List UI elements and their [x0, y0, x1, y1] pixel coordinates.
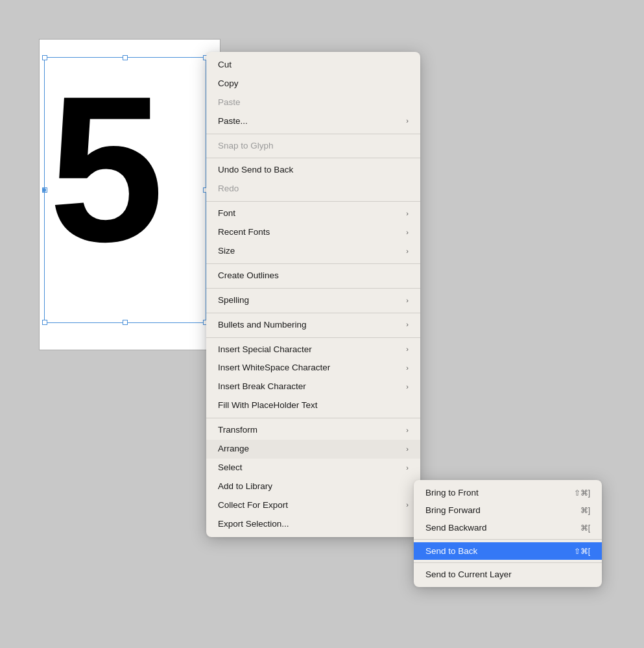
submenu-item-bring_forward[interactable]: Bring Forward⌘] — [414, 501, 602, 519]
submenu-item-label: Send to Current Layer — [425, 570, 512, 579]
menu-item-label: Collect For Export — [218, 499, 288, 512]
menu-item-label: Snap to Glyph — [218, 140, 274, 152]
menu-separator — [206, 201, 420, 202]
menu-item-label: Size — [218, 245, 235, 258]
menu-item-label: Recent Fonts — [218, 226, 270, 239]
menu-item-select[interactable]: Select› — [206, 459, 420, 477]
submenu-item-label: Bring Forward — [425, 505, 481, 515]
menu-item-paste: Paste — [206, 93, 420, 112]
submenu-separator — [414, 562, 602, 563]
menu-item-copy[interactable]: Copy — [206, 75, 420, 93]
menu-item-redo: Redo — [206, 180, 420, 198]
menu-item-label: Create Outlines — [218, 270, 279, 282]
canvas-text: 5 — [49, 65, 164, 272]
submenu-item-shortcut: ⌘[ — [580, 523, 590, 533]
submenu-arrow-icon: › — [406, 426, 409, 435]
menu-item-label: Paste... — [218, 115, 248, 128]
menu-item-label: Insert Break Character — [218, 381, 306, 393]
submenu-item-label: Send to Back — [425, 546, 477, 556]
menu-item-collect_export[interactable]: Collect For Export› — [206, 496, 420, 515]
submenu-arrow-icon: › — [406, 320, 409, 330]
menu-separator — [206, 158, 420, 158]
submenu-item-shortcut: ⇧⌘] — [574, 488, 590, 498]
menu-item-label: Paste — [218, 97, 241, 109]
submenu-item-shortcut: ⌘] — [580, 506, 590, 515]
menu-item-label: Copy — [218, 78, 239, 90]
menu-item-size[interactable]: Size› — [206, 242, 420, 261]
menu-item-label: Fill With PlaceHolder Text — [218, 400, 318, 412]
submenu-arrow-icon: › — [406, 209, 409, 219]
menu-item-label: Bullets and Numbering — [218, 319, 307, 331]
submenu-arrow-icon: › — [406, 116, 409, 126]
menu-item-transform[interactable]: Transform› — [206, 421, 420, 440]
menu-item-label: Font — [218, 208, 235, 220]
menu-item-fill_placeholder[interactable]: Fill With PlaceHolder Text — [206, 396, 420, 415]
menu-item-label: Add to Library — [218, 481, 272, 493]
menu-item-label: Insert Special Character — [218, 344, 312, 356]
menu-item-snap_to_glyph: Snap to Glyph — [206, 137, 420, 156]
menu-item-add_library[interactable]: Add to Library — [206, 477, 420, 496]
menu-item-label: Redo — [218, 183, 239, 195]
submenu-arrow-icon: › — [406, 500, 409, 510]
menu-item-arrange[interactable]: Arrange› — [206, 440, 420, 459]
submenu-item-send_backward[interactable]: Send Backward⌘[ — [414, 519, 602, 536]
context-menu: CutCopyPastePaste...›Snap to GlyphUndo S… — [206, 52, 420, 537]
menu-item-label: Spelling — [218, 294, 249, 307]
menu-item-bullets[interactable]: Bullets and Numbering› — [206, 316, 420, 335]
submenu-separator — [414, 539, 602, 540]
submenu-item-shortcut: ⇧⌘[ — [574, 547, 590, 556]
submenu-item-send_back[interactable]: Send to Back⇧⌘[ — [414, 542, 602, 560]
menu-separator — [206, 263, 420, 264]
menu-item-font[interactable]: Font› — [206, 204, 420, 223]
menu-separator — [206, 313, 420, 313]
menu-item-cut[interactable]: Cut — [206, 56, 420, 75]
menu-item-undo_send[interactable]: Undo Send to Back — [206, 161, 420, 180]
submenu-arrow-icon: › — [406, 246, 409, 256]
submenu-item-label: Send Backward — [425, 523, 487, 533]
menu-item-label: Transform — [218, 424, 257, 437]
menu-separator — [206, 288, 420, 289]
menu-item-export_selection[interactable]: Export Selection... — [206, 515, 420, 534]
menu-item-create_outlines[interactable]: Create Outlines — [206, 267, 420, 285]
menu-separator — [206, 418, 420, 418]
menu-item-insert_special[interactable]: Insert Special Character› — [206, 341, 420, 359]
submenu-arrow-icon: › — [406, 296, 409, 306]
menu-item-insert_whitespace[interactable]: Insert WhiteSpace Character› — [206, 359, 420, 378]
submenu-arrow-icon: › — [406, 344, 409, 354]
menu-item-insert_break[interactable]: Insert Break Character› — [206, 378, 420, 396]
submenu-arrow-icon: › — [406, 363, 409, 373]
submenu-arrow-icon: › — [406, 382, 409, 392]
menu-item-label: Export Selection... — [218, 518, 289, 531]
menu-separator — [206, 337, 420, 338]
menu-item-label: Select — [218, 462, 243, 474]
arrange-submenu: Bring to Front⇧⌘]Bring Forward⌘]Send Bac… — [414, 480, 602, 587]
submenu-arrow-icon: › — [406, 228, 409, 237]
menu-item-paste_more[interactable]: Paste...› — [206, 112, 420, 131]
submenu-item-send_layer[interactable]: Send to Current Layer — [414, 566, 602, 583]
menu-item-label: Undo Send to Back — [218, 164, 293, 176]
submenu-arrow-icon: › — [406, 444, 409, 454]
menu-item-label: Arrange — [218, 443, 249, 455]
menu-item-spelling[interactable]: Spelling› — [206, 291, 420, 310]
submenu-item-bring_front[interactable]: Bring to Front⇧⌘] — [414, 484, 602, 501]
menu-item-label: Cut — [218, 59, 232, 71]
menu-separator — [206, 134, 420, 134]
submenu-arrow-icon: › — [406, 463, 409, 473]
submenu-item-label: Bring to Front — [425, 488, 479, 498]
menu-item-recent_fonts[interactable]: Recent Fonts› — [206, 223, 420, 242]
menu-item-label: Insert WhiteSpace Character — [218, 362, 330, 374]
